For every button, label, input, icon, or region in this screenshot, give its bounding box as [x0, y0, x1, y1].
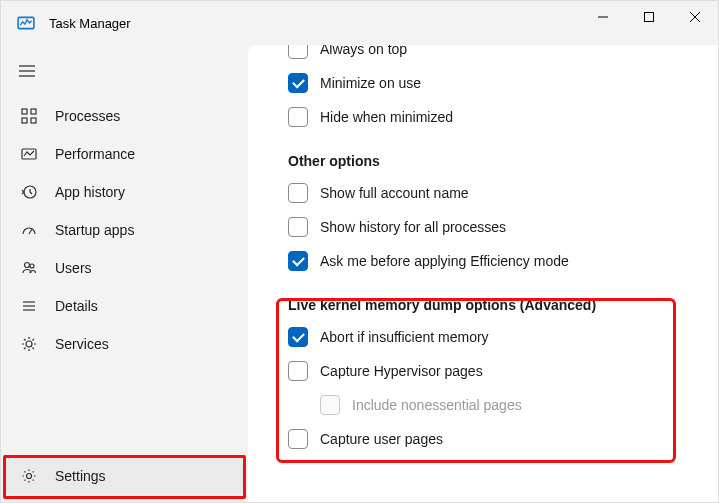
option-hide-when-minimized[interactable]: Hide when minimized — [288, 105, 694, 129]
sidebar-item-label: Performance — [55, 146, 135, 162]
gear-icon — [19, 466, 39, 486]
svg-rect-10 — [22, 118, 27, 123]
gauge-icon — [19, 220, 39, 240]
svg-point-16 — [30, 264, 34, 268]
sidebar-item-label: Settings — [55, 468, 106, 484]
grid-icon — [19, 106, 39, 126]
option-label: Show full account name — [320, 185, 469, 201]
minimize-button[interactable] — [580, 1, 626, 33]
sidebar-item-app-history[interactable]: App history — [5, 174, 244, 210]
checkbox[interactable] — [288, 183, 308, 203]
option-abort-insufficient[interactable]: Abort if insufficient memory — [288, 325, 694, 349]
section-title-dump: Live kernel memory dump options (Advance… — [288, 297, 694, 313]
app-icon — [17, 14, 35, 32]
svg-point-21 — [27, 474, 32, 479]
svg-rect-2 — [645, 13, 654, 22]
sidebar-item-label: Services — [55, 336, 109, 352]
window-title: Task Manager — [49, 16, 131, 31]
svg-point-20 — [26, 341, 32, 347]
sidebar-item-services[interactable]: Services — [5, 326, 244, 362]
checkbox[interactable] — [288, 45, 308, 59]
option-label: Abort if insufficient memory — [320, 329, 489, 345]
checkbox[interactable] — [288, 217, 308, 237]
sidebar-item-users[interactable]: Users — [5, 250, 244, 286]
section-title-other: Other options — [288, 153, 694, 169]
option-capture-hypervisor[interactable]: Capture Hypervisor pages — [288, 359, 694, 383]
option-label: Minimize on use — [320, 75, 421, 91]
option-show-full-account-name[interactable]: Show full account name — [288, 181, 694, 205]
history-icon — [19, 182, 39, 202]
sidebar-item-startup-apps[interactable]: Startup apps — [5, 212, 244, 248]
checkbox[interactable] — [288, 107, 308, 127]
option-label: Include nonessential pages — [352, 397, 522, 413]
sidebar-item-label: Startup apps — [55, 222, 134, 238]
svg-rect-8 — [22, 109, 27, 114]
option-label: Capture user pages — [320, 431, 443, 447]
sidebar-item-performance[interactable]: Performance — [5, 136, 244, 172]
close-button[interactable] — [672, 1, 718, 33]
window-controls — [580, 1, 718, 33]
option-ask-efficiency[interactable]: Ask me before applying Efficiency mode — [288, 249, 694, 273]
performance-icon — [19, 144, 39, 164]
option-label: Hide when minimized — [320, 109, 453, 125]
sidebar-item-label: Processes — [55, 108, 120, 124]
sidebar-item-label: Users — [55, 260, 92, 276]
checkbox[interactable] — [288, 73, 308, 93]
hamburger-button[interactable] — [7, 53, 47, 89]
sidebar-item-processes[interactable]: Processes — [5, 98, 244, 134]
option-label: Capture Hypervisor pages — [320, 363, 483, 379]
list-icon — [19, 296, 39, 316]
option-always-on-top[interactable]: Always on top — [288, 45, 694, 61]
option-capture-user[interactable]: Capture user pages — [288, 427, 694, 451]
option-label: Ask me before applying Efficiency mode — [320, 253, 569, 269]
option-minimize-on-use[interactable]: Minimize on use — [288, 71, 694, 95]
sidebar: Processes Performance App history Startu… — [1, 45, 248, 502]
sidebar-item-label: App history — [55, 184, 125, 200]
svg-line-14 — [29, 229, 32, 234]
checkbox — [320, 395, 340, 415]
settings-content: Always on top Minimize on use Hide when … — [248, 45, 718, 502]
svg-rect-11 — [31, 118, 36, 123]
checkbox[interactable] — [288, 429, 308, 449]
checkbox[interactable] — [288, 361, 308, 381]
svg-rect-9 — [31, 109, 36, 114]
checkbox[interactable] — [288, 327, 308, 347]
option-show-history-all[interactable]: Show history for all processes — [288, 215, 694, 239]
services-icon — [19, 334, 39, 354]
sidebar-item-label: Details — [55, 298, 98, 314]
svg-point-15 — [25, 263, 30, 268]
users-icon — [19, 258, 39, 278]
option-label: Show history for all processes — [320, 219, 506, 235]
maximize-button[interactable] — [626, 1, 672, 33]
checkbox[interactable] — [288, 251, 308, 271]
option-include-nonessential: Include nonessential pages — [320, 393, 694, 417]
option-label: Always on top — [320, 45, 407, 57]
sidebar-item-details[interactable]: Details — [5, 288, 244, 324]
sidebar-item-settings[interactable]: Settings — [5, 458, 244, 494]
